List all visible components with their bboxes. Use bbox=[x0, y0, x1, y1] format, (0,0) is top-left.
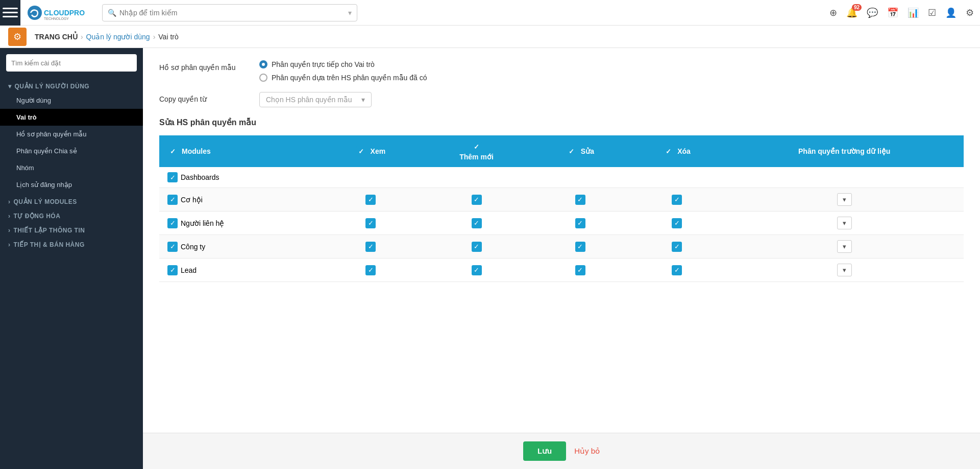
perm-checkbox[interactable]: ✓ bbox=[672, 242, 682, 252]
copy-label: Copy quyền từ bbox=[159, 92, 251, 103]
module-checkbox[interactable]: ✓ bbox=[167, 242, 178, 252]
table-cell: ✓ bbox=[629, 259, 725, 282]
chevron-down-icon: ▾ bbox=[843, 243, 846, 250]
sidebar-search[interactable] bbox=[6, 54, 137, 72]
table-cell: ✓ bbox=[629, 235, 725, 259]
chat-icon[interactable]: 💬 bbox=[867, 7, 878, 18]
th-themmoi: ✓ Thêm mới bbox=[421, 135, 532, 167]
sidebar-section-modules[interactable]: › QUẢN LÝ MODULES bbox=[0, 193, 143, 207]
search-input[interactable] bbox=[119, 9, 348, 17]
copy-select[interactable]: Chọn HS phân quyền mẫu ▾ bbox=[259, 92, 372, 107]
perm-checkbox[interactable]: ✓ bbox=[365, 218, 376, 228]
table-cell: ✓ bbox=[532, 259, 629, 282]
breadcrumb-home[interactable]: TRANG CHỦ bbox=[35, 33, 78, 41]
table-cell: ✓ bbox=[421, 188, 532, 212]
sidebar-item-vaitro[interactable]: Vai trò bbox=[0, 109, 143, 126]
table-row: ✓Dashboards bbox=[159, 167, 964, 188]
top-nav: CLOUDPRO TECHNOLOGY 🔍 ▾ ⊕ 🔔 92 💬 📅 📊 ☑ 👤… bbox=[0, 0, 980, 26]
table-row: ✓Công ty✓✓✓✓▾ bbox=[159, 235, 964, 259]
copy-row: Copy quyền từ Chọn HS phân quyền mẫu ▾ bbox=[159, 92, 964, 107]
sidebar-section-user-mgmt[interactable]: ▾ QUẢN LÝ NGƯỜI DÙNG bbox=[0, 78, 143, 92]
sidebar-item-nguoidung[interactable]: Người dùng bbox=[0, 92, 143, 109]
radio-option-direct[interactable]: Phân quyền trực tiếp cho Vai trò bbox=[259, 60, 427, 68]
copy-select-value: Chọn HS phân quyền mẫu bbox=[266, 96, 352, 104]
module-checkbox[interactable]: ✓ bbox=[167, 195, 178, 205]
chevron-down-icon: ▾ bbox=[843, 196, 846, 203]
perm-checkbox[interactable]: ✓ bbox=[472, 195, 482, 205]
perm-checkbox[interactable]: ✓ bbox=[365, 265, 376, 275]
perm-checkbox[interactable]: ✓ bbox=[472, 242, 482, 252]
module-checkbox[interactable]: ✓ bbox=[167, 265, 178, 275]
sidebar-section-marketing[interactable]: › TIẾP THỊ & BÁN HÀNG bbox=[0, 236, 143, 250]
sidebar-item-phanquyen[interactable]: Phân quyền Chia sẻ bbox=[0, 143, 143, 159]
checklist-icon[interactable]: ☑ bbox=[928, 7, 936, 18]
chevron-down-icon: ▾ bbox=[8, 83, 12, 90]
module-name: Công ty bbox=[181, 243, 205, 251]
perm-checkbox[interactable]: ✓ bbox=[575, 265, 585, 275]
table-cell: ✓Lead bbox=[159, 259, 321, 282]
profile-icon[interactable]: 👤 bbox=[945, 7, 957, 18]
table-cell: ✓ bbox=[321, 212, 421, 235]
field-permissions-dropdown[interactable]: ▾ bbox=[837, 240, 852, 253]
th-sua-checkbox[interactable]: ✓ bbox=[567, 146, 577, 156]
notification-badge: 92 bbox=[852, 4, 862, 11]
add-icon[interactable]: ⊕ bbox=[829, 7, 837, 18]
perm-checkbox[interactable]: ✓ bbox=[575, 195, 585, 205]
perm-checkbox[interactable]: ✓ bbox=[472, 265, 482, 275]
sidebar-item-hoso[interactable]: Hồ sơ phân quyền mẫu bbox=[0, 126, 143, 143]
perm-checkbox[interactable]: ✓ bbox=[472, 218, 482, 228]
chart-icon[interactable]: 📊 bbox=[908, 7, 919, 18]
section-label: TỰ ĐỘNG HÓA bbox=[14, 213, 61, 220]
table-row: ✓Lead✓✓✓✓▾ bbox=[159, 259, 964, 282]
table-cell: ✓ bbox=[321, 188, 421, 212]
nav-icons: ⊕ 🔔 92 💬 📅 📊 ☑ 👤 ⚙ bbox=[829, 7, 974, 18]
logo: CLOUDPRO TECHNOLOGY bbox=[27, 5, 88, 21]
table-row: ✓Cơ hội✓✓✓✓▾ bbox=[159, 188, 964, 212]
search-bar[interactable]: 🔍 ▾ bbox=[102, 4, 357, 21]
th-modules-checkbox[interactable]: ✓ bbox=[167, 146, 178, 156]
table-cell bbox=[532, 167, 629, 188]
module-checkbox[interactable]: ✓ bbox=[167, 172, 178, 182]
th-themmoi-checkbox[interactable]: ✓ bbox=[472, 142, 482, 152]
perm-checkbox[interactable]: ✓ bbox=[672, 265, 682, 275]
breadcrumb-level1[interactable]: Quản lý người dùng bbox=[86, 33, 150, 41]
th-xem-checkbox[interactable]: ✓ bbox=[356, 146, 366, 156]
menu-toggle[interactable] bbox=[0, 0, 20, 26]
chevron-down-icon: ▾ bbox=[348, 9, 352, 17]
perm-checkbox[interactable]: ✓ bbox=[575, 218, 585, 228]
chevron-down-icon: ▾ bbox=[361, 96, 365, 104]
field-permissions-dropdown[interactable]: ▾ bbox=[837, 193, 852, 206]
dropdown-cell: ▾ bbox=[725, 188, 964, 212]
perm-checkbox[interactable]: ✓ bbox=[575, 242, 585, 252]
sidebar-search-input[interactable] bbox=[11, 59, 132, 67]
th-phanquyen: Phân quyền trường dữ liệu bbox=[725, 135, 964, 167]
perm-checkbox[interactable]: ✓ bbox=[365, 195, 376, 205]
svg-text:CLOUDPRO: CLOUDPRO bbox=[44, 9, 85, 17]
save-button[interactable]: Lưu bbox=[523, 441, 566, 461]
cancel-button[interactable]: Hủy bỏ bbox=[574, 447, 600, 456]
table-cell bbox=[629, 167, 725, 188]
field-permissions-dropdown[interactable]: ▾ bbox=[837, 217, 852, 229]
perm-checkbox[interactable]: ✓ bbox=[672, 218, 682, 228]
sidebar-item-nhom[interactable]: Nhóm bbox=[0, 159, 143, 176]
th-xoa-checkbox[interactable]: ✓ bbox=[663, 146, 673, 156]
module-name: Người liên hệ bbox=[181, 219, 224, 227]
perm-checkbox[interactable]: ✓ bbox=[365, 242, 376, 252]
chevron-right-icon: › bbox=[8, 198, 11, 205]
settings-icon[interactable]: ⚙ bbox=[966, 7, 974, 18]
sidebar-item-lichsu[interactable]: Lịch sử đăng nhập bbox=[0, 176, 143, 193]
perm-checkbox[interactable]: ✓ bbox=[672, 195, 682, 205]
notification-icon[interactable]: 🔔 92 bbox=[846, 7, 857, 18]
table-row: ✓Người liên hệ✓✓✓✓▾ bbox=[159, 212, 964, 235]
module-name: Dashboards bbox=[181, 173, 219, 181]
calendar-icon[interactable]: 📅 bbox=[887, 7, 898, 18]
svg-text:TECHNOLOGY: TECHNOLOGY bbox=[44, 17, 69, 20]
th-xem: ✓ Xem bbox=[321, 135, 421, 167]
field-permissions-dropdown[interactable]: ▾ bbox=[837, 264, 852, 276]
sidebar-section-settings[interactable]: › THIẾT LẬP THÔNG TIN bbox=[0, 222, 143, 236]
radio-option-template[interactable]: Phân quyền dựa trên HS phân quyền mẫu đã… bbox=[259, 74, 427, 82]
table-cell: ✓Cơ hội bbox=[159, 188, 321, 212]
sidebar-section-automation[interactable]: › TỰ ĐỘNG HÓA bbox=[0, 207, 143, 222]
table-cell: ✓Dashboards bbox=[159, 167, 321, 188]
module-checkbox[interactable]: ✓ bbox=[167, 218, 178, 228]
